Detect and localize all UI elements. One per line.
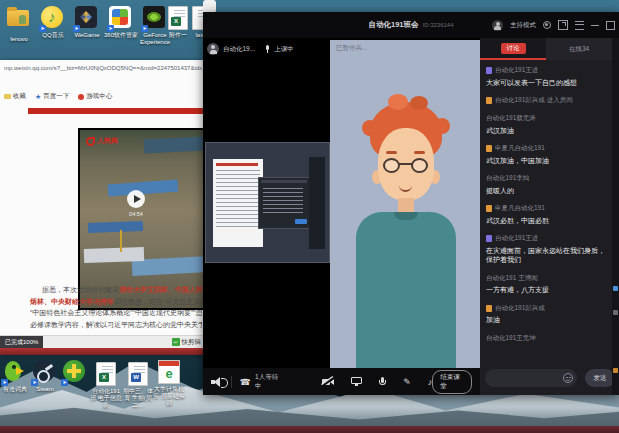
article-text: 据悉，本次活动特别邀请清华大学艾四林、中国人民大学秦宣、北 炳林、中央财经大学冯… [30,284,202,330]
screen-share-icon[interactable] [351,377,362,386]
screen-share-thumbnail[interactable] [205,142,330,263]
room-name: 自动化19... [223,45,255,54]
desktop-icon-qq-music[interactable]: ♪➤ QQ音乐 [36,4,70,39]
level-badge-icon [486,235,492,242]
icon-label: 大学计算机应 用基础实训 [152,386,186,407]
desktop-icon-youdao[interactable]: ➤ 有道词典 [0,360,30,393]
chat-message: 自动化191彭兴成加油 [486,304,606,325]
chat-message: 自动化191蔡元涛武汉加油 [486,114,606,135]
icon-label: 360软件管家 [104,32,138,39]
excel-file-icon: X [168,6,188,30]
chat-tabs: 讨论 在线34 [480,38,612,60]
chat-text: 挺暖人的 [486,186,606,196]
rail-blue-icon[interactable] [613,286,618,291]
level-badge-icon [486,97,492,104]
icon-label: Steam [30,386,60,393]
session-info-bar: 自动化19... 上课中 [207,41,294,57]
tab-online[interactable]: 在线34 [546,38,612,60]
bookmark-game-center[interactable]: 游戏中心 [78,92,112,101]
chat-input-bar: 发送 [480,361,612,395]
menu-icon[interactable] [575,21,584,30]
browser-e-icon: e [158,360,180,384]
camera-toggle-icon[interactable] [322,378,334,386]
peoples-daily-logo: 人民网 [86,136,118,146]
settings-gear-icon[interactable] [543,21,551,29]
popout-icon[interactable] [558,20,568,30]
desktop-icon-360[interactable]: ➤ 360软件管家 [104,4,138,39]
bookmark-baidu[interactable]: ★百度一下 [35,92,69,101]
level-badge-icon [486,305,492,312]
waiting-count: 1人等待中 [255,373,282,391]
chat-sender: 自动化191王进 [486,234,606,243]
chat-message: 自动化191李灿挺暖人的 [486,174,606,195]
excel-file-icon: X [96,362,116,386]
chat-message: 申夏凡自动化191武汉加油，中国加油 [486,144,606,165]
rail-orange-icon[interactable] [613,368,618,373]
word-file-icon: W [128,362,148,386]
tab-discussion[interactable]: 讨论 [480,38,546,60]
minimize-button[interactable] [591,25,599,26]
share-paused-label: 已暂停共... [336,44,367,53]
bookmark-folder[interactable]: 收藏 [4,92,26,101]
shortcut-arrow-icon: ➤ [31,379,38,386]
window-title: 自动化191班会 [368,20,418,30]
browser-window: mp.weixin.qq.com/s?__biz=MzU0NjQxODQ5NQ=… [0,60,204,355]
annotate-pen-icon[interactable]: ✎ [403,377,411,387]
desktop-icon-excel-roster[interactable]: X 自动化191班 电子信息表 [90,360,122,409]
address-bar[interactable]: mp.weixin.qq.com/s?__biz=MzU0NjQxODQ5NQ=… [4,65,202,71]
video-still-construction-site: 人民网 04:54 [80,130,204,308]
desktop-icon-wegame[interactable]: ➤ WeGame [70,4,104,39]
chat-message: 申夏凡自动化191武汉必胜，中国必胜 [486,204,606,225]
chat-sender: 自动化191蔡元涛 [486,114,606,123]
send-button[interactable]: 发送 [585,369,615,387]
user-avatar-icon[interactable] [492,20,503,31]
phone-icon[interactable]: ☎ [240,377,251,387]
icon-label: WeGame [70,32,104,39]
chat-sender: 自动化191李灿 [486,174,606,183]
live-status-label: 上课中 [274,45,294,54]
avatar-glasses [383,158,400,173]
chat-sender: 自动化191彭兴成 [486,304,606,313]
room-id: ID:3236144 [422,22,453,28]
article-video-player[interactable]: 人民网 04:54 [78,128,204,310]
desktop-icon-plus-app[interactable]: ➤ [60,360,90,386]
chat-message-list[interactable]: 自动化191王进大家可以发表一下自己的感想自动化191彭兴成 进入房间自动化19… [480,60,612,361]
play-button[interactable] [127,190,145,208]
speaker-icon[interactable] [211,377,223,387]
side-rail [612,38,619,395]
desktop: lenovo ♪➤ QQ音乐 ➤ WeGame ➤ 360软件管家 ➤ GeFo… [0,0,619,433]
shortcut-arrow-icon: ➤ [1,379,8,386]
shortcut-arrow-icon: ➤ [39,25,46,32]
rail-gray-icon[interactable] [613,310,618,315]
desktop-icon-steam[interactable]: ➤ Steam [30,360,60,393]
host-mode-label[interactable]: 主持模式 [510,21,536,30]
chat-text: 在灾难面前，国家永远站在我们身后，保护着我们 [486,246,606,265]
level-badge-icon [486,145,492,152]
desktop-icon-lenovo[interactable]: lenovo [2,4,36,43]
window-titlebar[interactable]: 自动化191班会 ID:3236144 主持模式 [203,12,619,38]
mic-small-icon [265,45,270,53]
chat-text: 一方有难，八方支援 [486,285,606,295]
desktop-icon-ie-browser[interactable]: e 大学计算机应 用基础实训 [152,360,186,407]
kuaijianji-icon: ✂ [172,338,180,346]
live-class-window: 自动化191班会 ID:3236144 主持模式 [203,12,619,395]
level-badge-icon [486,205,492,212]
emoji-icon[interactable] [563,373,573,383]
chat-sender: 申夏凡自动化191 [486,204,606,213]
end-class-button[interactable]: 结束课堂 [432,370,472,394]
shortcut-arrow-icon: ➤ [61,379,68,386]
status-text: 已完成100% [0,336,43,348]
microphone-icon[interactable] [379,377,386,387]
shortcut-arrow-icon: ➤ [73,25,80,32]
call-toolbar: ☎ 1人等待中 ✎ ♪ 结束课堂 [203,368,480,395]
desktop-icon-word-file[interactable]: W 期中三、体育 学期(周二… [122,360,154,409]
chat-text: 武汉加油，中国加油 [486,156,606,166]
chat-input[interactable] [485,369,577,387]
chat-sender: 自动化191王元坤 [486,334,606,343]
maximize-button[interactable] [606,21,615,30]
video-duration: 04:54 [127,211,145,217]
chat-message: 自动化191王进在灾难面前，国家永远站在我们身后，保护着我们 [486,234,606,265]
red-dot-icon [78,94,84,100]
kuaijianji-label[interactable]: 快剪辑 [182,338,202,347]
camera-panel: 已暂停共... [330,40,480,368]
